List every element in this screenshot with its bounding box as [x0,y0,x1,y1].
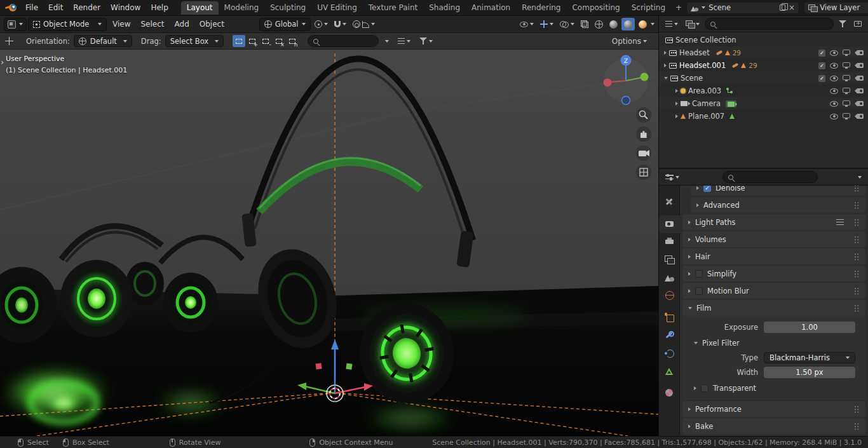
disable-in-renders-icon[interactable] [857,76,864,81]
viewport-search-input[interactable] [308,35,379,47]
drag-dots-icon[interactable] [855,201,860,209]
outliner-editor-dropdown[interactable] [663,17,681,31]
workspace-tab-sculpting[interactable]: Sculpting [264,1,311,15]
disable-in-viewports-icon[interactable] [843,62,850,67]
properties-options-caret[interactable] [858,176,862,179]
xray-toggle[interactable] [578,18,591,31]
scene-selector[interactable]: Scene [686,2,799,14]
panel-volumes[interactable]: Volumes [682,231,865,247]
menu-edit[interactable]: Edit [43,1,68,14]
disable-in-renders-icon[interactable] [857,50,864,55]
overlays-dropdown[interactable] [557,18,577,31]
outliner-row-headset[interactable]: Headset 29 [659,46,868,59]
tab-output[interactable] [659,233,680,251]
collapse-icon[interactable] [688,307,692,309]
toolbar-expand-chevron[interactable] [1,57,4,67]
tab-world[interactable] [659,287,680,304]
expand-icon[interactable] [696,203,699,207]
disable-in-viewports-icon[interactable] [843,50,850,55]
gizmos-dropdown[interactable] [538,18,556,31]
outliner-row-area-003[interactable]: Area.003 [659,85,868,97]
disable-in-renders-icon[interactable] [857,114,864,119]
filter-width-slider[interactable]: 1.50 px [764,367,855,378]
outliner-item-label[interactable]: Headset.001 [679,61,726,70]
hide-in-viewport-icon[interactable] [830,63,838,69]
motion-blur-checkbox[interactable] [695,287,703,295]
viewport-pan-button[interactable] [636,126,651,142]
workspace-tab-compositing[interactable]: Compositing [566,1,625,15]
shading-wireframe-button[interactable] [592,18,606,31]
expand-icon[interactable] [688,255,691,259]
panel-light-paths[interactable]: Light Paths [682,214,865,230]
menu-file[interactable]: File [20,1,43,14]
shading-material-preview-button[interactable] [621,18,635,31]
transparent-checkbox[interactable] [701,384,709,392]
view-layer-selector[interactable]: View Layer [804,2,868,14]
options-dropdown[interactable]: Options [609,34,649,48]
drag-dots-icon[interactable] [855,186,860,192]
axis-z-negative-ball[interactable] [622,97,630,105]
expand-icon[interactable] [664,64,667,67]
tab-scene[interactable] [659,269,680,287]
exclude-checkbox[interactable] [818,75,825,82]
expand-icon[interactable] [688,272,691,276]
drag-dots-icon[interactable] [855,423,860,430]
viewport-ortho-button[interactable] [636,165,651,180]
expand-icon[interactable] [688,407,691,411]
snapping-dropdown[interactable] [332,18,349,31]
select-mode-intersect-button[interactable] [286,35,299,47]
select-through-dropdown[interactable] [383,34,391,48]
transparent-subpanel[interactable]: Transparent [682,380,865,396]
panel-denoise[interactable]: Denoise [691,186,865,196]
panel-performance[interactable]: Performance [682,401,865,417]
outliner-item-label[interactable]: Area.003 [688,86,721,95]
disable-in-viewports-icon[interactable] [843,88,850,93]
exclude-checkbox[interactable] [818,50,825,57]
exclude-checkbox[interactable] [818,62,825,69]
collapse-icon[interactable] [664,77,668,79]
new-scene-button[interactable] [780,4,785,11]
outliner-row-scene-collection[interactable]: Scene Collection [659,34,868,46]
workspace-tab-scripting[interactable]: Scripting [626,1,671,15]
axis-y-ball[interactable] [641,73,649,81]
expand-icon[interactable] [688,238,691,241]
object-visibility-dropdown[interactable] [517,18,536,31]
outliner-item-label[interactable]: Scene [681,74,703,83]
exposure-slider[interactable]: 1.00 [764,322,855,333]
expand-icon[interactable] [688,221,691,224]
pixel-filter-type-dropdown[interactable]: Blackman-Harris [764,352,855,363]
drag-dots-icon[interactable] [855,236,860,243]
outliner-item-label[interactable]: Plane.007 [688,112,724,121]
properties-search-input[interactable] [722,171,818,183]
simplify-checkbox[interactable] [695,270,703,278]
expand-icon[interactable] [696,186,699,190]
outliner-item-label[interactable]: Scene Collection [675,36,736,44]
hide-in-viewport-icon[interactable] [830,101,838,107]
menu-window[interactable]: Window [105,1,146,14]
proportional-editing-dropdown[interactable] [350,18,377,31]
select-mode-invert-button[interactable] [273,35,285,47]
tab-object-data[interactable] [659,362,680,380]
orientation-dropdown[interactable]: Default [74,35,132,47]
workspace-tab-modeling[interactable]: Modeling [219,1,265,15]
viewport-camera-button[interactable] [636,146,651,161]
disable-in-renders-icon[interactable] [857,88,864,93]
workspace-tab-uv-editing[interactable]: UV Editing [311,1,363,15]
expand-icon[interactable] [688,424,691,428]
disable-in-viewports-icon[interactable] [843,113,850,118]
workspace-tab-animation[interactable]: Animation [466,1,516,15]
drag-dots-icon[interactable] [855,405,860,413]
select-mode-subtract-button[interactable] [259,35,272,47]
tab-material[interactable] [659,384,680,402]
drag-mode-dropdown[interactable]: Select Box [165,35,224,47]
outliner-display-mode-dropdown[interactable] [683,17,702,31]
outliner-item-label[interactable]: Camera [692,99,721,108]
workspace-tab-shading[interactable]: Shading [423,1,466,15]
menu-add[interactable]: Add [170,17,194,31]
axis-x-ball[interactable] [604,79,612,87]
menu-view[interactable]: View [108,17,135,31]
expand-icon[interactable] [664,51,667,55]
disable-in-renders-icon[interactable] [857,63,864,68]
disable-in-viewports-icon[interactable] [843,100,850,105]
properties-editor-dropdown[interactable] [663,170,682,184]
